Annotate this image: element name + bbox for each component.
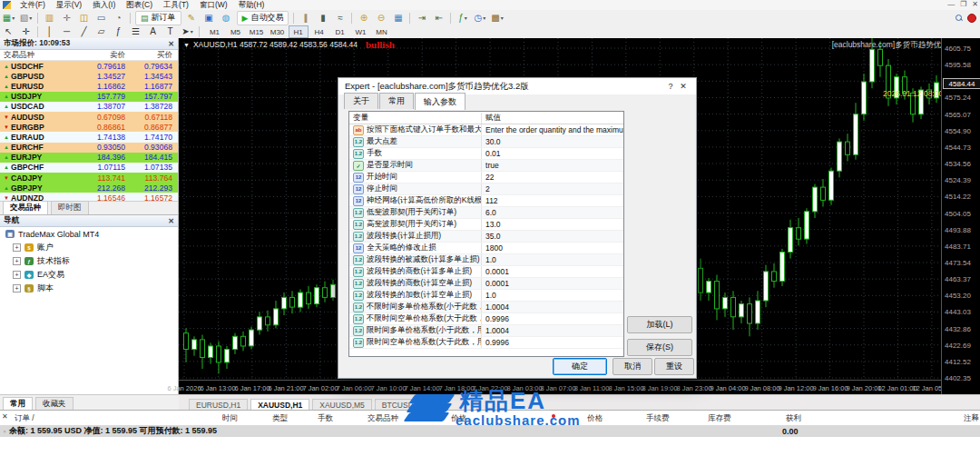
tile-windows-icon[interactable]: ▦	[390, 11, 406, 25]
cursor-icon[interactable]: ↖	[1, 25, 16, 39]
time-axis[interactable]: 6 Jan 20266 Jan 13:006 Jan 17:006 Jan 21…	[179, 380, 941, 395]
label-icon[interactable]: T	[162, 25, 178, 39]
param-row[interactable]: 1.2波段转换的商数(计算空单止损) 0.0001	[349, 278, 623, 290]
close-icon[interactable]: ✕	[168, 217, 174, 225]
param-value[interactable]: 2	[482, 184, 623, 193]
save-button[interactable]: 保存(S)	[627, 339, 692, 356]
param-value[interactable]: 0.0001	[482, 267, 623, 276]
strategy-tester-icon[interactable]: ◔	[111, 11, 126, 25]
menu-0[interactable]: 文件(F)	[15, 0, 51, 9]
terminal-icon[interactable]: ▭	[93, 11, 109, 25]
new-chart-icon[interactable]: ▦▾	[1, 11, 16, 25]
dialog-tab-关于[interactable]: 关于	[344, 93, 378, 109]
balance-row[interactable]: ◦ 余额: 1 559.95 USD 净值: 1 559.95 可用预付款: 1…	[0, 425, 980, 437]
restore-button[interactable]: ❐	[960, 0, 966, 8]
param-row[interactable]: ab按照下面格式键入订单手数和最大允许点差 Enter the order qu…	[349, 124, 623, 136]
indicators-icon[interactable]: ƒ▾	[455, 11, 470, 25]
candlestick-icon[interactable]: ▮	[315, 11, 330, 25]
expand-icon[interactable]: +	[13, 284, 21, 292]
column-variable[interactable]: 变量	[349, 113, 482, 124]
navigator-icon[interactable]: ◫	[76, 11, 92, 25]
param-row[interactable]: 1.2手数 0.01	[349, 148, 623, 160]
templates-icon[interactable]: ▩▾	[489, 11, 505, 25]
market-watch-row-USDJPY[interactable]: ▲USDJPY 157.779157.797	[0, 92, 178, 102]
market-watch-row-AUDUSD[interactable]: ▼AUDUSD 0.670980.67118	[0, 112, 178, 122]
market-watch-row-GBPUSD[interactable]: ▲GBPUSD 1.345271.34543	[0, 71, 178, 81]
auto-scroll-icon[interactable]: ⇥	[414, 11, 429, 25]
market-watch-row-EURCHF[interactable]: ▲EURCHF 0.930500.93068	[0, 143, 178, 153]
param-row[interactable]: 1.2低斐波那契(用于关闭订单) 6.0	[349, 207, 623, 219]
data-window-icon[interactable]: ✛	[59, 11, 74, 25]
horizontal-line-icon[interactable]: ─	[59, 25, 74, 39]
fibonacci-icon[interactable]: ƒ	[111, 25, 126, 39]
mql-icon[interactable]: ▣	[201, 11, 217, 25]
ok-button[interactable]: 确定	[553, 358, 607, 375]
market-watch-row-EURAUD[interactable]: ▲EURAUD 1.741381.74170	[0, 132, 178, 142]
param-value[interactable]: Enter the order quantity and the maximum…	[482, 125, 623, 134]
dialog-tab-输入参数[interactable]: 输入参数	[415, 93, 466, 110]
column-ask[interactable]: 买价	[125, 50, 176, 61]
market-watch-row-USDCAD[interactable]: ▲USDCAD 1.387071.38728	[0, 102, 178, 112]
param-value[interactable]: 1.0	[482, 291, 623, 300]
chart-shift-icon[interactable]: ⇤	[431, 11, 446, 25]
param-value[interactable]: 112	[482, 196, 623, 205]
objects-icon[interactable]: ☰	[128, 25, 143, 39]
param-row[interactable]: 1.2波段转换的商数(计算多单止损) 0.0001	[349, 266, 623, 278]
expand-icon[interactable]: +	[13, 243, 21, 252]
crosshair-icon[interactable]: ✛	[18, 25, 34, 39]
channel-icon[interactable]: ▱	[93, 25, 109, 39]
periods-icon[interactable]: ◷▾	[472, 11, 487, 25]
zoom-out-icon[interactable]: ⊖	[373, 11, 388, 25]
column-value[interactable]: 赋值	[482, 113, 623, 124]
navigator-tab-收藏夹[interactable]: 收藏夹	[35, 397, 74, 411]
load-button[interactable]: 加载(L)	[627, 316, 692, 333]
text-icon[interactable]: A	[145, 25, 161, 39]
param-row[interactable]: 1.2波段转换(计算止损用) 35.0	[349, 231, 623, 243]
timeframe-H4[interactable]: H4	[309, 25, 329, 38]
market-watch-row-EURGBP[interactable]: ▼EURGBP 0.868610.86877	[0, 122, 178, 132]
terminal-column-价格[interactable]: 价格	[451, 413, 466, 424]
one-click-trading-icon[interactable]: ▼	[183, 42, 190, 48]
terminal-column-注释[interactable]: 注释	[964, 413, 979, 424]
param-value[interactable]: 0.0001	[482, 279, 623, 288]
metaeditor-icon[interactable]: ✎	[184, 11, 200, 25]
new-order-button[interactable]: ▤新订单	[135, 11, 181, 25]
market-watch-tab-即时图[interactable]: 即时图	[51, 201, 89, 214]
param-value[interactable]: 35.0	[482, 232, 623, 241]
market-watch-row-GBPCHF[interactable]: ▲GBPCHF 1.071151.07135	[0, 163, 178, 173]
timeframe-W1[interactable]: W1	[351, 25, 371, 38]
vertical-line-icon[interactable]: │	[42, 25, 57, 39]
notification-icon[interactable]	[967, 14, 976, 23]
line-chart-icon[interactable]: ≈	[332, 11, 348, 25]
param-value[interactable]: 30.0	[482, 137, 623, 146]
param-row[interactable]: 1.2最大点差 30.0	[349, 136, 623, 148]
terminal-column-手数[interactable]: 手数	[318, 413, 333, 424]
profiles-icon[interactable]: ▧▾	[18, 11, 34, 25]
timeframe-M30[interactable]: M30	[268, 25, 288, 38]
timeframe-M15[interactable]: M15	[247, 25, 267, 38]
help-button[interactable]: ?	[664, 82, 677, 91]
param-row[interactable]: 12全天策略的修改止损 1800	[349, 243, 623, 254]
param-value[interactable]: 13.0	[482, 220, 623, 229]
market-watch-tab-交易品种[interactable]: 交易品种	[3, 201, 48, 214]
param-value[interactable]: 1.0	[482, 255, 623, 264]
param-row[interactable]: 1.2高斐波那契(用于关闭订单) 13.0	[349, 219, 623, 231]
timeframe-M1[interactable]: M1	[205, 25, 225, 38]
terminal-column-价格[interactable]: 价格	[587, 413, 603, 424]
param-value[interactable]: 0.9996	[482, 314, 623, 323]
terminal-column-类型[interactable]: 类型	[272, 413, 288, 424]
timeframe-M5[interactable]: M5	[226, 25, 246, 38]
param-row[interactable]: ✓是否显示时间 true	[349, 160, 623, 172]
navigator-tab-常用[interactable]: 常用	[3, 397, 33, 411]
menu-1[interactable]: 显示(V)	[51, 0, 87, 9]
param-row[interactable]: 12神经网络(计算高低价所取的K线根数) 112	[349, 195, 623, 207]
market-watch-row-GBPJPY[interactable]: ▲GBPJPY 212.268212.293	[0, 183, 178, 193]
param-row[interactable]: 1.2限时间多单价格系数(小于此数，用于开单) 1.0004	[349, 325, 623, 337]
cancel-button[interactable]: 取消	[612, 358, 652, 375]
navigator-item-脚本[interactable]: + § 脚本	[0, 282, 178, 295]
expand-icon[interactable]: +	[13, 271, 21, 279]
bar-chart-icon[interactable]: ∥	[298, 11, 313, 25]
timeframe-MN[interactable]: MN	[372, 25, 392, 38]
menu-6[interactable]: 帮助(H)	[233, 0, 270, 9]
param-row[interactable]: 1.2不限时间多单价格系数(小于此数，用于开单) 1.0004	[349, 302, 623, 313]
